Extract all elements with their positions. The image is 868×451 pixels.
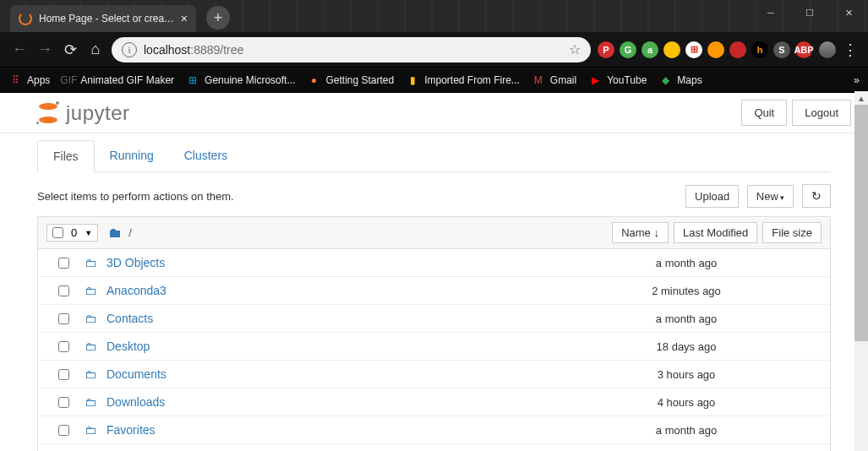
jupyter-header: jupyter Quit Logout (0, 93, 868, 133)
upload-button[interactable]: Upload (685, 185, 739, 208)
new-dropdown[interactable]: New (747, 185, 794, 208)
bookmark-icon: ◆ (658, 73, 672, 87)
forward-button[interactable]: → (35, 41, 54, 59)
profile-avatar[interactable] (819, 41, 836, 58)
row-checkbox[interactable] (58, 313, 69, 324)
select-all-checkbox[interactable] (52, 227, 63, 238)
bookmark-label: Animated GIF Maker (80, 74, 174, 86)
row-checkbox[interactable] (58, 258, 69, 269)
refresh-button[interactable]: ↻ (802, 184, 831, 208)
folder-icon: 🗀 (85, 423, 100, 437)
extension-icon[interactable] (707, 41, 724, 58)
bookmark-label: YouTube (607, 74, 647, 86)
bookmark-item[interactable]: ◆Maps (658, 73, 701, 87)
bookmark-icon: ● (307, 73, 320, 87)
extension-icon[interactable]: S (773, 41, 790, 58)
extension-icon[interactable]: ABP (795, 41, 812, 58)
bookmark-label: Maps (677, 74, 701, 86)
file-row: 🗀 Contacts a month ago (38, 305, 830, 333)
item-modified: 4 hours ago (610, 396, 762, 409)
extension-icon[interactable]: G (620, 41, 636, 58)
sort-modified-button[interactable]: Last Modified (674, 222, 757, 243)
bookmark-icon: ⠿ (8, 73, 22, 87)
extension-icon[interactable]: ⊞ (685, 41, 702, 58)
bookmark-item[interactable]: ▮Imported From Fire... (406, 73, 520, 87)
extension-icon[interactable] (663, 41, 680, 58)
site-info-icon[interactable]: i (122, 42, 137, 57)
close-tab-icon[interactable]: × (181, 12, 188, 25)
item-modified: 18 days ago (610, 340, 762, 353)
row-checkbox[interactable] (58, 397, 69, 408)
bookmark-item[interactable]: ▶YouTube (588, 73, 647, 87)
file-row: 🗀 Favorites a month ago (38, 416, 830, 444)
sort-size-button[interactable]: File size (762, 222, 822, 243)
new-tab-button[interactable]: + (206, 6, 230, 30)
url-input[interactable]: i localhost:8889/tree ☆ (112, 37, 591, 62)
folder-icon: 🗀 (85, 284, 100, 297)
select-all-dropdown[interactable]: 0 ▼ (46, 224, 98, 242)
folder-root-icon[interactable]: 🖿 (108, 226, 122, 241)
bookmark-icon: M (532, 73, 545, 87)
bookmark-icon: ⊞ (186, 73, 199, 87)
item-name[interactable]: Desktop (106, 340, 610, 353)
tab-clusters[interactable]: Clusters (169, 140, 243, 171)
maximize-button[interactable]: ☐ (790, 0, 829, 25)
bookmark-item[interactable]: GIFAnimated GIF Maker (62, 73, 174, 87)
tab-bar: ─ ☐ ✕ Home Page - Select or create a n ×… (0, 0, 868, 32)
bookmarks-bar: ⠿AppsGIFAnimated GIF Maker⊞Genuine Micro… (0, 68, 868, 93)
bookmark-icon: ▮ (406, 73, 419, 87)
file-row: 🗀 Documents 3 hours ago (38, 361, 830, 389)
jupyter-logo[interactable]: jupyter (37, 101, 130, 125)
item-name[interactable]: Anaconda3 (106, 284, 610, 297)
bookmark-item[interactable]: ⊞Genuine Microsoft... (186, 73, 295, 87)
item-name[interactable]: Documents (106, 367, 610, 381)
item-name[interactable]: Contacts (106, 312, 610, 325)
item-modified: a month ago (610, 257, 762, 269)
logout-button[interactable]: Logout (792, 100, 851, 126)
extension-icon[interactable]: a (641, 41, 658, 58)
bookmark-star-icon[interactable]: ☆ (569, 41, 581, 57)
browser-menu-icon[interactable]: ⋮ (843, 41, 858, 59)
bookmark-item[interactable]: ●Getting Started (307, 73, 394, 87)
scrollbar-thumb[interactable] (854, 105, 868, 341)
reload-button[interactable]: ⟳ (61, 41, 79, 59)
bookmark-label: Gmail (550, 74, 576, 86)
quit-button[interactable]: Quit (741, 100, 787, 126)
bookmark-item[interactable]: MGmail (532, 73, 576, 87)
bookmarks-overflow-icon[interactable]: » (854, 74, 860, 86)
bookmark-item[interactable]: ⠿Apps (8, 73, 50, 87)
row-checkbox[interactable] (58, 425, 69, 436)
close-window-button[interactable]: ✕ (829, 0, 868, 25)
file-row: 🗀 Desktop 18 days ago (38, 333, 830, 361)
toolbar-hint: Select items to perform actions on them. (37, 190, 685, 203)
browser-tab[interactable]: Home Page - Select or create a n × (10, 5, 196, 32)
folder-icon: 🗀 (85, 256, 100, 269)
home-button[interactable]: ⌂ (86, 41, 105, 59)
item-name[interactable]: Favorites (106, 423, 610, 437)
row-checkbox[interactable] (58, 285, 69, 296)
extension-icon[interactable] (729, 41, 746, 58)
bookmark-label: Genuine Microsoft... (205, 74, 295, 86)
breadcrumb-slash: / (128, 226, 132, 239)
scrollbar[interactable]: ▲ (854, 91, 868, 451)
file-row: 🗀 GitHub a month ago (38, 444, 830, 451)
sort-name-button[interactable]: Name ↓ (612, 222, 669, 243)
back-button[interactable]: ← (10, 41, 29, 59)
row-checkbox[interactable] (58, 341, 69, 352)
minimize-button[interactable]: ─ (751, 0, 790, 25)
tab-running[interactable]: Running (95, 140, 169, 171)
bookmark-label: Getting Started (325, 74, 394, 86)
item-modified: a month ago (610, 424, 762, 437)
extension-icon[interactable]: P (598, 41, 614, 58)
tab-files[interactable]: Files (37, 140, 95, 172)
item-name[interactable]: 3D Objects (106, 256, 610, 269)
url-text: localhost:8889/tree (144, 43, 569, 57)
extension-icon[interactable]: h (751, 41, 768, 58)
file-row: 🗀 3D Objects a month ago (38, 249, 830, 277)
item-name[interactable]: Downloads (106, 395, 610, 409)
jupyter-toolbar: Select items to perform actions on them.… (37, 172, 831, 216)
chevron-down-icon[interactable]: ▼ (85, 229, 92, 237)
item-modified: a month ago (610, 312, 762, 325)
scroll-up-icon[interactable]: ▲ (854, 91, 868, 105)
row-checkbox[interactable] (58, 369, 69, 380)
